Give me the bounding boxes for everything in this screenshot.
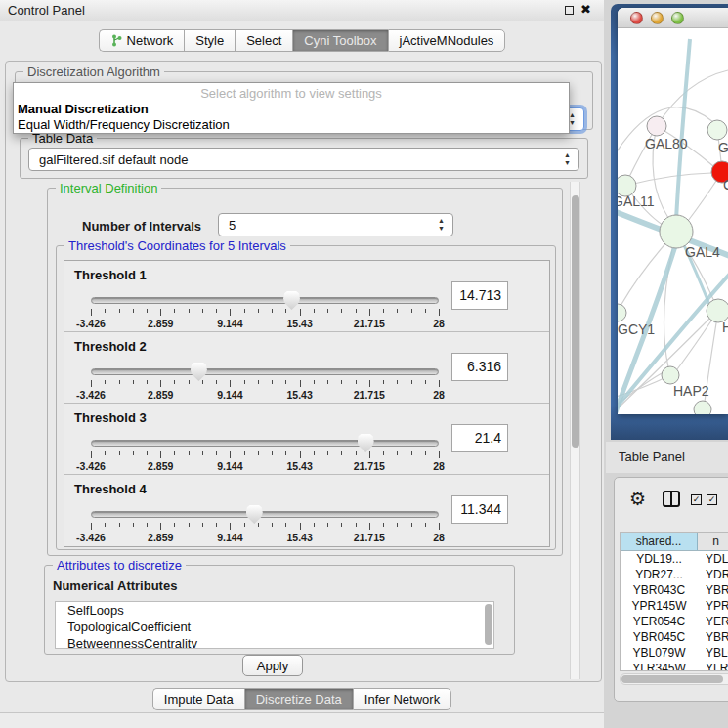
network-node[interactable] [618, 304, 626, 321]
float-window-icon[interactable] [565, 6, 574, 15]
threshold-value-field[interactable]: 11.344 [451, 495, 508, 524]
slider-thumb[interactable] [246, 505, 263, 524]
slider-tick [105, 380, 106, 384]
tab-label: Style [195, 33, 224, 48]
cell-shared-name[interactable]: YDL19... [621, 551, 698, 567]
cell-name[interactable]: YDL1 [698, 551, 728, 567]
checkbox-icon[interactable]: ✓ [707, 494, 717, 505]
zoom-traffic-light-icon[interactable] [671, 12, 684, 24]
network-edge[interactable] [657, 70, 728, 126]
network-node[interactable] [707, 120, 727, 140]
tab-style[interactable]: Style [184, 29, 235, 52]
threshold-value-field[interactable]: 21.4 [451, 424, 508, 452]
network-node[interactable] [662, 366, 679, 384]
slider-tick [327, 523, 328, 527]
dropdown-placeholder-item[interactable]: Select algorithm to view settings [14, 86, 569, 101]
slider-track[interactable] [91, 297, 439, 304]
table-hscrollbar[interactable] [620, 673, 728, 685]
columns-icon[interactable] [663, 491, 680, 507]
close-icon[interactable]: ✖ [580, 2, 591, 17]
dropdown-item-manual[interactable]: Manual Discretization [18, 102, 149, 116]
slider-track[interactable] [91, 368, 439, 375]
bottom-tab-impute-data[interactable]: Impute Data [152, 688, 244, 710]
slider-thumb[interactable] [191, 363, 207, 381]
threshold-slider-4[interactable]: -3.4262.8599.14415.4321.71528 [91, 510, 439, 545]
network-node[interactable] [660, 215, 693, 248]
threshold-value-field[interactable]: 14.713 [451, 281, 508, 310]
number-of-intervals-combobox[interactable]: 5 ▲▼ [218, 213, 453, 236]
threshold-slider-3[interactable]: -3.4262.8599.14415.4321.71528 [91, 439, 439, 474]
table-row[interactable]: YLR345WYLR3 [621, 661, 728, 671]
table-row[interactable]: YBR045CYBR0 [621, 629, 728, 645]
slider-tick [397, 309, 398, 313]
slider-tick-label: 21.715 [354, 389, 385, 401]
table-row[interactable]: YBR043CYBR0 [621, 582, 728, 598]
cell-shared-name[interactable]: YPR145W [621, 598, 698, 614]
slider-tick [91, 309, 92, 316]
cell-shared-name[interactable]: YBR045C [621, 629, 698, 645]
slider-tick [300, 523, 301, 530]
cell-name[interactable]: YER0 [698, 614, 728, 629]
slider-tick [258, 523, 259, 527]
number-of-intervals-label: Number of Intervals [82, 219, 201, 234]
settings-scrollbar-thumb[interactable] [572, 195, 579, 448]
attribute-list-item[interactable]: TopologicalCoefficient [56, 619, 493, 635]
network-window-titlebar[interactable] [618, 8, 728, 28]
cell-name[interactable]: YBL0 [698, 645, 728, 661]
table-row[interactable]: YDL19...YDL1 [621, 551, 728, 567]
network-node[interactable] [694, 401, 711, 414]
slider-track[interactable] [91, 440, 439, 447]
threshold-slider-1[interactable]: -3.4262.8599.14415.4321.71528 [91, 296, 439, 331]
network-edge[interactable] [676, 39, 690, 220]
tab-network[interactable]: Network [99, 29, 185, 52]
cell-shared-name[interactable]: YER054C [621, 614, 698, 629]
slider-tick [105, 451, 106, 455]
bottom-tab-infer-network[interactable]: Infer Network [353, 688, 451, 710]
cell-name[interactable]: YLR3 [698, 661, 728, 671]
cell-name[interactable]: YPR1 [698, 598, 728, 614]
threshold-value-field[interactable]: 6.316 [451, 353, 508, 381]
network-canvas[interactable]: GAL80GAGAL11CGAL4GCY1HHAP2 [618, 29, 728, 414]
threshold-slider-2[interactable]: -3.4262.8599.14415.4321.71528 [91, 367, 439, 403]
slider-tick [230, 309, 231, 316]
dropdown-item-equal-width[interactable]: Equal Width/Frequency Discretization [18, 117, 230, 132]
slider-thumb[interactable] [358, 434, 374, 452]
close-traffic-light-icon[interactable] [630, 12, 643, 24]
cell-name[interactable]: YBR0 [698, 582, 728, 598]
gear-icon[interactable]: ⚙ [629, 488, 646, 510]
column-header-shared-name[interactable]: shared... [621, 533, 698, 550]
apply-button[interactable]: Apply [242, 655, 303, 676]
table-row[interactable]: YBL079WYBL0 [621, 645, 728, 661]
slider-thumb[interactable] [283, 291, 300, 310]
tab-jactivemnodules[interactable]: jActiveMNodules [388, 29, 506, 52]
checkbox-icon[interactable]: ✓ [691, 494, 702, 505]
minimize-traffic-light-icon[interactable] [651, 12, 664, 24]
settings-scrollbar[interactable] [570, 182, 580, 679]
cell-name[interactable]: YBR0 [698, 629, 728, 645]
cell-shared-name[interactable]: YBL079W [621, 645, 698, 661]
attribute-list-item[interactable]: SelfLoops [56, 602, 493, 619]
table-row[interactable]: YPR145WYPR1 [621, 598, 728, 614]
attribute-list-item[interactable]: BetweennessCentrality [56, 635, 493, 649]
table-row[interactable]: YDR27...YDR2 [621, 567, 728, 582]
slider-tick [91, 523, 92, 530]
network-node[interactable] [647, 116, 666, 136]
slider-track[interactable] [91, 511, 439, 518]
algorithm-dropdown-popup: Select algorithm to view settings Manual… [13, 82, 570, 134]
column-header-name[interactable]: n [698, 533, 728, 550]
table-hscrollbar-thumb[interactable] [621, 675, 723, 683]
bottom-tab-discretize-data[interactable]: Discretize Data [244, 688, 353, 710]
cell-shared-name[interactable]: YLR345W [621, 661, 698, 671]
tab-cyni-toolbox[interactable]: Cyni Toolbox [292, 29, 387, 52]
tab-select[interactable]: Select [235, 29, 292, 52]
panel-title: Control Panel [8, 3, 85, 18]
attributes-scrollbar[interactable] [485, 604, 492, 645]
table-row[interactable]: YER054CYER0 [621, 614, 728, 629]
cell-shared-name[interactable]: YDR27... [621, 567, 698, 582]
cell-name[interactable]: YDR2 [698, 567, 728, 582]
table-data-combobox[interactable]: galFiltered.sif default node ▲▼ [28, 148, 579, 171]
slider-tick [202, 309, 203, 313]
slider-tick [216, 451, 217, 455]
network-edge[interactable] [625, 173, 711, 186]
cell-shared-name[interactable]: YBR043C [621, 582, 698, 598]
